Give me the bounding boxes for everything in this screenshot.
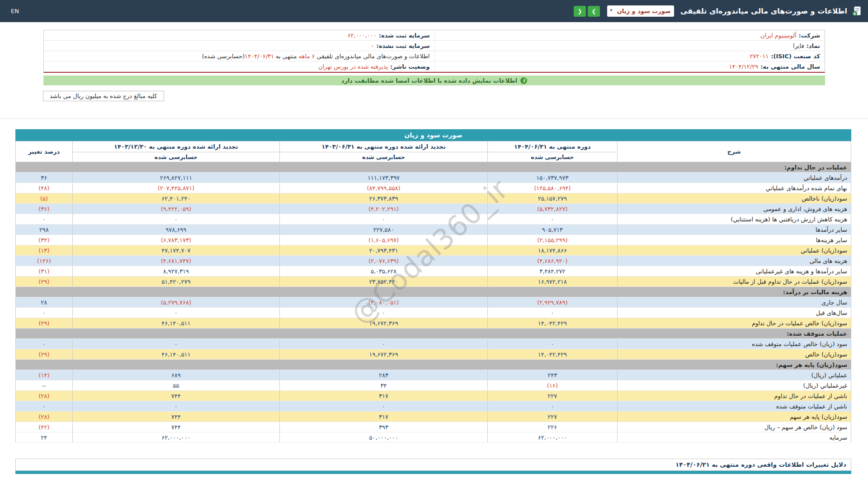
percent-cell: (۳۶) xyxy=(16,204,73,214)
percent-cell: (۱۴) xyxy=(16,370,73,380)
section-row-label: سود(زیان) پایه هر سهم: xyxy=(16,360,851,370)
company-info-row: سال مالی منتهی به:۱۴۰۴/۱۲/۲۹ xyxy=(435,61,825,72)
row-label: عملیاتي (ریال) xyxy=(617,370,851,380)
chevron-down-icon: ▾ xyxy=(610,7,613,13)
value-cell: ۹۷۸,۶۹۹ xyxy=(72,225,279,235)
column-subheader-audited-2: حسابرسی شده xyxy=(279,152,487,162)
table-row: غیرعملیاتي (ریال)(۱۶)۳۴۵۵-- xyxy=(16,380,851,391)
row-label: ناشي از عملیات متوقف شده xyxy=(617,401,851,412)
value-cell: ۶۸۹ xyxy=(72,370,279,380)
statement-nav: ❯ ❮ xyxy=(574,6,600,17)
value-cell: ۰ xyxy=(72,401,279,412)
table-row: عملیات در حال تداوم: xyxy=(16,162,851,173)
table-row: سایر درآمدها۹۰۵,۷۱۳۲۲۷,۵۸۰۹۷۸,۶۹۹۲۹۸ xyxy=(16,225,851,235)
chevron-right-icon: ❯ xyxy=(592,8,596,14)
value-cell: (۲۰۷,۴۲۵,۸۷۱) xyxy=(72,183,279,193)
statement-select-value: صورت سود و زیان xyxy=(611,8,671,14)
value-cell: ۵,۰۳۵,۶۲۸ xyxy=(279,266,487,277)
value-cell: ۲۲۷ xyxy=(488,412,617,422)
reasons-section-header: دلایل تغییرات اطلاعات واقعی دوره منتهی ب… xyxy=(15,459,851,471)
table-row: سود(زیان) عملیات در حال تداوم قبل از مال… xyxy=(16,277,851,287)
info-text-segment: اطلاعات و صورت‌های مالی میاندوره‌ای تلفی… xyxy=(315,53,429,60)
signature-match-banner: i اطلاعات نمایش داده شده با اطلاعات امضا… xyxy=(43,75,825,85)
table-row: سود(زیان) پایه هر سهم۲۲۷۳۱۷۷۴۴(۲۸) xyxy=(16,412,851,422)
column-header-percent-change: درصد تغییر xyxy=(16,141,73,162)
info-text-segment: (حسابرسی شده) xyxy=(202,53,245,60)
value-cell: (۵,۷۳۲,۸۲۷) xyxy=(488,204,617,214)
company-info-row: شرکت:آلومینیوم ایران xyxy=(435,30,825,41)
info-value: آلومینیوم ایران xyxy=(760,32,796,39)
value-cell: ۲۲۷ xyxy=(488,391,617,401)
row-label: هزینه های مالی xyxy=(617,256,851,266)
page-title: اطلاعات و صورت‌های مالی میاندوره‌ای تلفی… xyxy=(680,7,847,15)
row-label: غیرعملیاتي (ریال) xyxy=(617,380,851,391)
prev-statement-button[interactable]: ❮ xyxy=(574,6,586,17)
column-subheader-audited-1: حسابرسی شده xyxy=(488,152,617,162)
chevron-left-icon: ❮ xyxy=(578,8,582,14)
value-cell: ۲۰,۷۹۳,۴۳۱ xyxy=(279,245,487,256)
value-cell: (۵,۲۷۹,۷۶۸) xyxy=(72,297,279,308)
info-value: ۶۲,۰۰۰,۰۰۰ xyxy=(348,32,377,39)
table-row: هزینه مالیات بر درآمد: xyxy=(16,287,851,297)
export-icon[interactable] xyxy=(852,6,862,17)
value-cell: ۷۴۴ xyxy=(72,422,279,432)
value-cell: ۰ xyxy=(488,401,617,412)
language-toggle[interactable]: EN xyxy=(11,8,19,14)
value-cell: ۹۰۵,۷۱۳ xyxy=(488,225,617,235)
row-label: هزینه های فروش، اداری و عمومی xyxy=(617,204,851,214)
value-cell: (۱۶) xyxy=(488,380,617,391)
value-cell: ۸,۹۲۷,۳۱۹ xyxy=(72,266,279,277)
table-row: هزینه های فروش، اداری و عمومی(۵,۷۳۲,۸۲۷)… xyxy=(16,204,851,214)
info-text-segment: ۶ ماهه xyxy=(299,53,315,60)
table-row: سود(زیان) خالص۱۴,۰۴۲,۴۲۹۱۹,۶۷۲,۳۶۹۴۶,۱۴۰… xyxy=(16,349,851,360)
value-cell: ۳۴ xyxy=(279,380,487,391)
section-row-label: عملیات در حال تداوم: xyxy=(16,162,851,173)
value-cell: ۱۴,۰۴۲,۴۲۹ xyxy=(488,349,617,360)
value-cell: ۳۱۷ xyxy=(279,391,487,401)
info-icon: i xyxy=(520,77,527,84)
value-cell: ۲۳,۷۵۲,۴۲۰ xyxy=(279,277,487,287)
value-cell: (۲,۹۲۹,۷۸۹) xyxy=(488,297,617,308)
value-cell: (۶,۷۸۳,۱۷۳) xyxy=(72,235,279,245)
value-cell: ۴۶,۱۴۰,۵۱۱ xyxy=(72,349,279,360)
value-cell: ۱۴,۰۴۲,۴۲۹ xyxy=(488,318,617,328)
table-row: عملیاتي (ریال)۲۴۳۲۸۳۶۸۹(۱۴) xyxy=(16,370,851,380)
value-cell: (۱۲۵,۵۸۰,۶۹۴) xyxy=(488,183,617,193)
row-label: سود(زیان) ناخالص xyxy=(617,193,851,204)
row-label: سال جاری xyxy=(617,297,851,308)
value-cell: (۲,۱۵۵,۲۹۹) xyxy=(488,235,617,245)
row-label: سایر درآمدها و هزینه های غیرعملیاتی xyxy=(617,266,851,277)
info-value: ۱۴۰۴/۱۲/۲۹ xyxy=(729,63,759,70)
value-cell: ۰ xyxy=(279,308,487,318)
value-cell: ۳۱۷ xyxy=(279,412,487,422)
value-cell: ۲۵,۱۵۷,۲۷۹ xyxy=(488,193,617,204)
column-header-period3: تجدید ارائه شده دوره منتهی به ۱۴۰۳/۱۲/۳۰ xyxy=(72,141,279,152)
value-cell: (۴,۶۸۶,۹۲۰) xyxy=(488,256,617,266)
table-row: سود(زیان) عملیاتي۱۸,۱۷۴,۸۶۶۲۰,۷۹۳,۴۳۱۴۷,… xyxy=(16,245,851,256)
info-label: وضعیت ناشر: xyxy=(390,63,429,70)
percent-cell: (۵) xyxy=(16,193,73,204)
row-label: سایر درآمدها xyxy=(617,225,851,235)
row-label: سایر هزینه‌ها xyxy=(617,235,851,245)
percent-cell: (۱۳) xyxy=(16,245,73,256)
value-cell: ۱۶,۹۷۲,۲۱۸ xyxy=(488,277,617,287)
percent-cell: ۲۸ xyxy=(16,297,73,308)
section-row-label: عملیات متوقف شده: xyxy=(16,328,851,339)
row-label: سود (زیان) خالص عملیات متوقف شده xyxy=(617,339,851,349)
percent-cell: ۰ xyxy=(16,308,73,318)
value-cell: ۳۹۳ xyxy=(279,422,487,432)
company-info-row: کد صنعت (ISIC):۲۷۲۰۱۱ xyxy=(435,51,825,61)
section-divider xyxy=(0,118,868,119)
info-label: نماد: xyxy=(807,42,820,49)
value-cell: ۰ xyxy=(72,308,279,318)
percent-cell: (۴۸) xyxy=(16,183,73,193)
row-label: ناشي از عملیات در حال تداوم xyxy=(617,391,851,401)
table-row: سود(زیان) پایه هر سهم: xyxy=(16,360,851,370)
table-row: درآمدهای عملیاتي۱۵۰,۷۳۷,۹۷۳۱۱۱,۱۷۳,۳۹۷۲۶… xyxy=(16,173,851,183)
info-value: فایرا xyxy=(793,42,804,49)
value-cell: (۹,۴۲۲,۰۵۹) xyxy=(72,204,279,214)
value-cell: ۰ xyxy=(72,214,279,225)
row-label: سال‌های قبل xyxy=(617,308,851,318)
next-statement-button[interactable]: ❯ xyxy=(588,6,600,17)
statement-select[interactable]: ▾ صورت سود و زیان xyxy=(607,5,674,17)
